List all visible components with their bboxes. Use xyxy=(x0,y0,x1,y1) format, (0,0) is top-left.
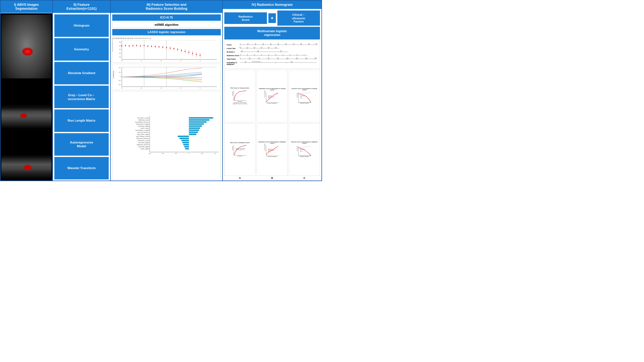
svg-text:0.2: 0.2 xyxy=(119,72,121,73)
coeff-svg: Coefficients 0.4 0.2 0 -0.2 -0.4 -8 -6 -… xyxy=(112,64,220,90)
svg-point-47 xyxy=(155,46,156,47)
svg-text:S11InvDfMom_A_sagittal: S11InvDfMom_A_sagittal xyxy=(136,130,149,131)
nomogram-area: Points 0 10 20 30 40 50 60 70 80 90 100 xyxy=(224,41,320,69)
roc-validation-svg: 1-Specificity Sensitivity Nomogram (AUC=… xyxy=(232,144,247,157)
svg-text:-5: -5 xyxy=(240,54,241,55)
svg-text:-2: -2 xyxy=(261,54,262,55)
roc-training-title: ROC Curve in Training Cohort xyxy=(231,87,249,89)
svg-rect-112 xyxy=(189,134,196,135)
svg-text:25: 25 xyxy=(119,49,121,50)
training-charts-row: ROC Curve in Training Cohort 1-Specifici… xyxy=(224,70,320,122)
svg-text:Lesion Size: Lesion Size xyxy=(227,48,236,49)
icc-badge: ICC>0.75 xyxy=(112,15,221,21)
svg-text:1.0: 1.0 xyxy=(214,153,216,154)
svg-point-56 xyxy=(188,52,190,53)
svg-text:20: 20 xyxy=(255,43,256,45)
svg-text:5.5: 5.5 xyxy=(275,47,276,48)
svg-text:35: 35 xyxy=(119,42,121,43)
svg-point-51 xyxy=(170,48,171,49)
section-i-images xyxy=(0,13,52,180)
svg-text:4A: 4A xyxy=(241,50,243,52)
svg-rect-119 xyxy=(185,148,189,149)
svg-text:0.9: 0.9 xyxy=(291,61,293,62)
decision-training-title: Decision Curve of Nomogram in Training C… xyxy=(290,88,319,91)
svg-text:-4: -4 xyxy=(160,87,161,89)
svg-text:140: 140 xyxy=(305,57,307,59)
svg-point-59 xyxy=(200,55,200,56)
dca-training-svg: High Risk Threshold Net Benefit Nomogram… xyxy=(297,91,312,104)
svg-text:2.5: 2.5 xyxy=(254,47,255,48)
svg-text:-8: -8 xyxy=(121,87,122,89)
svg-text:Ideal: Ideal xyxy=(268,151,270,152)
svg-text:Area_S55_A_coronal: Area_S55_A_coronal xyxy=(138,117,149,119)
svg-text:Coefficients: Coefficients xyxy=(113,71,114,79)
svg-text:70: 70 xyxy=(293,43,294,45)
feature-absolute-gradient: Absolute Gradient xyxy=(54,62,109,84)
feature-glcm: Gray－Level Co－occurrence Matrix xyxy=(54,86,109,108)
radiomics-score-box: RadiomicsScore xyxy=(224,12,267,24)
svg-text:4.5: 4.5 xyxy=(268,47,270,48)
svg-rect-108 xyxy=(189,125,202,127)
svg-rect-113 xyxy=(178,136,189,137)
svg-text:None: None xyxy=(300,97,302,99)
svg-text:0: 0 xyxy=(188,153,189,154)
feature-wavelet: Wavelet Transform xyxy=(54,157,109,179)
svg-text:20: 20 xyxy=(119,53,121,54)
svg-text:Ideal: Ideal xyxy=(268,97,270,99)
section-iii-body: ICC>0.75 mRMR algorithm LASSO logistic r… xyxy=(111,13,222,180)
feature-run-length: Run Length Matrix xyxy=(54,109,109,132)
iv-formula-row: RadiomicsScore + Clinical－ultrasonicFact… xyxy=(224,11,320,26)
section-ii: II) Feature Extraction(n=1101) Histogram… xyxy=(53,1,111,180)
svg-text:BI-RADS 4: BI-RADS 4 xyxy=(227,51,235,53)
svg-point-52 xyxy=(174,48,174,49)
svg-text:-5: -5 xyxy=(121,60,122,61)
svg-text:0.4: 0.4 xyxy=(119,67,121,68)
roc-training: ROC Curve in Training Cohort 1-Specifici… xyxy=(224,70,256,122)
section-i-header: I) ABVS Images Segmentation xyxy=(0,1,52,13)
lasso-badge: LASSO logistic regression xyxy=(112,29,221,35)
svg-rect-118 xyxy=(184,146,189,147)
svg-text:-3: -3 xyxy=(160,60,161,61)
feature-list: Histogram Geometry Absolute Gradient Gra… xyxy=(53,13,110,180)
svg-rect-115 xyxy=(181,140,189,141)
section-i: I) ABVS Images Segmentation xyxy=(0,1,53,180)
roc-validation-title: ROC Curve in Validation Cohort xyxy=(230,142,250,143)
calibration-training-title: Calibration Curve of Nomogram in Trainin… xyxy=(258,88,287,91)
section-iii: III) Feature Selection and Radiomics Sco… xyxy=(111,1,223,180)
decision-validation-title: Decision Curve of Nomogram in Validation… xyxy=(290,141,319,144)
svg-point-45 xyxy=(147,46,148,47)
svg-text:4C: 4C xyxy=(280,50,282,52)
svg-text:S11Correlat_sagittal: S11Correlat_sagittal xyxy=(138,142,149,143)
validation-charts-row: ROC Curve in Validation Cohort 1-Specifi… xyxy=(224,123,320,176)
svg-text:80: 80 xyxy=(300,43,302,45)
svg-text:-2: -2 xyxy=(180,60,181,61)
clinical-factors-box: Clinical－ultrasonicFactors xyxy=(277,11,320,26)
svg-rect-225 xyxy=(265,91,280,104)
svg-text:80: 80 xyxy=(277,57,279,59)
roc-validation: ROC Curve in Validation Cohort 1-Specifi… xyxy=(224,123,256,176)
svg-text:Area_S55_transverse: Area_S55_transverse xyxy=(137,132,149,133)
svg-text:0.5: 0.5 xyxy=(239,47,241,48)
svg-text:Net Benefit: Net Benefit xyxy=(296,93,298,97)
svg-text:0: 0 xyxy=(200,87,200,89)
svg-point-43 xyxy=(140,46,141,46)
roc-training-svg: 1-Specificity Sensitivity xyxy=(232,89,247,102)
svg-text:Actual Probability: Actual Probability xyxy=(264,143,266,151)
svg-text:S22correlat_sagittal: S22correlat_sagittal xyxy=(138,146,149,148)
svg-text:S22contrast_sagittal: S22contrast_sagittal xyxy=(138,125,149,127)
svg-text:1-Specificity: 1-Specificity xyxy=(238,101,242,102)
svg-point-42 xyxy=(136,45,137,46)
coefficients-chart: Coefficients 0.4 0.2 0 -0.2 -0.4 -8 -6 -… xyxy=(112,64,221,90)
svg-rect-114 xyxy=(180,138,189,139)
svg-text:1.5: 1.5 xyxy=(246,47,248,48)
svg-rect-107 xyxy=(189,123,204,125)
decision-training: Decision Curve of Nomogram in Training C… xyxy=(289,70,320,122)
svg-text:2: 2 xyxy=(290,54,290,55)
lasso-chart: 41 39 36 28 25 19 18 10 8 7 6 5 4 4 3 3 … xyxy=(112,37,221,63)
svg-text:Hurst_ShrRlmp_coronal: Hurst_ShrRlmp_coronal xyxy=(136,136,149,137)
svg-text:0: 0 xyxy=(120,76,121,77)
svg-rect-109 xyxy=(189,127,200,129)
svg-rect-110 xyxy=(189,129,199,131)
svg-text:-1: -1 xyxy=(268,54,269,55)
svg-rect-106 xyxy=(189,121,206,123)
